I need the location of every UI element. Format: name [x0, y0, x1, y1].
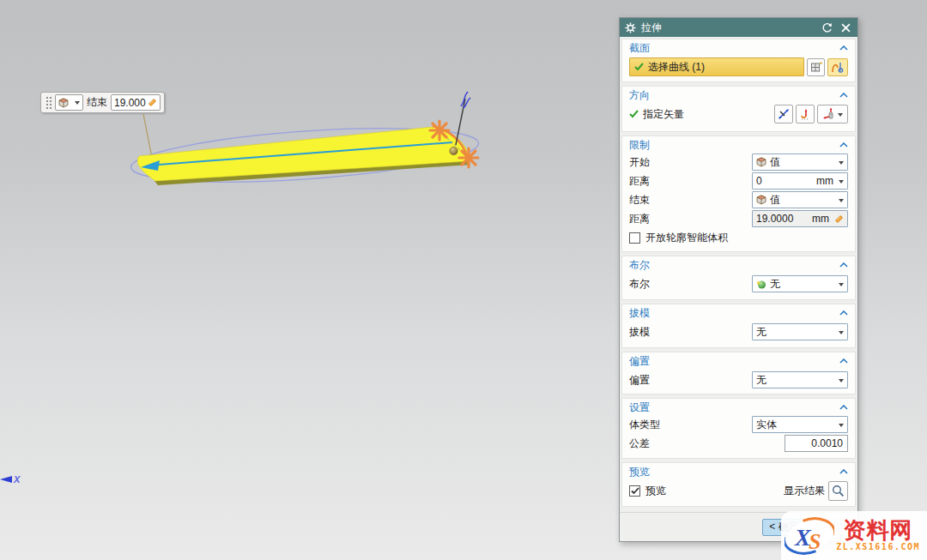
group-boolean: 布尔 布尔 无: [621, 256, 856, 300]
body-type-value: 实体: [756, 418, 835, 432]
group-title: 设置: [629, 400, 839, 415]
select-curve-row[interactable]: 选择曲线 (1): [629, 57, 804, 76]
chevron-up-icon[interactable]: [839, 45, 848, 51]
select-curve-label: 选择曲线 (1): [648, 60, 705, 75]
vector-tip-glyph: [461, 92, 470, 108]
boolean-label: 布尔: [629, 277, 650, 292]
caret-down-icon: [839, 331, 844, 337]
start-mode-dropdown[interactable]: 值: [752, 154, 848, 171]
group-title: 方向: [629, 88, 839, 103]
offset-dropdown[interactable]: 无: [752, 371, 848, 388]
group-direction-header[interactable]: 方向: [622, 87, 855, 103]
draft-label: 拔模: [629, 325, 650, 340]
start-distance-field[interactable]: 0 mm: [752, 172, 848, 190]
formula-icon[interactable]: [834, 214, 844, 224]
group-draft-header[interactable]: 拔模: [622, 305, 855, 321]
group-limits-header[interactable]: 限制: [622, 137, 855, 153]
drag-grip-icon[interactable]: [45, 95, 52, 110]
curve-rule-button[interactable]: [827, 58, 848, 76]
distance-mini-toolbar[interactable]: 结束 19.000: [40, 92, 165, 113]
formula-icon[interactable]: [148, 98, 157, 107]
offset-value: 无: [756, 373, 835, 388]
cube-icon: [756, 195, 766, 205]
x-axis-label: X: [14, 474, 20, 485]
tolerance-input[interactable]: 0.0010: [785, 435, 848, 452]
draft-value: 无: [756, 325, 835, 340]
group-title: 布尔: [629, 258, 839, 273]
chevron-up-icon[interactable]: [839, 358, 848, 364]
end-distance-input[interactable]: 19.000: [111, 94, 161, 111]
group-offset-header[interactable]: 偏置: [622, 353, 855, 369]
open-profile-checkbox[interactable]: [629, 232, 640, 244]
caret-down-icon[interactable]: [838, 113, 843, 119]
tolerance-label: 公差: [629, 437, 650, 451]
chevron-up-icon[interactable]: [839, 405, 848, 410]
show-result-button[interactable]: [828, 481, 848, 501]
open-profile-label: 开放轮廓智能体积: [645, 231, 728, 245]
star-handle-icon[interactable]: [459, 148, 478, 167]
cube-icon: [756, 157, 766, 167]
group-draft: 拔模 拔模 无: [621, 304, 856, 348]
chevron-up-icon[interactable]: [839, 142, 848, 148]
coordinate-axis-x: X: [0, 474, 20, 485]
dialog-titlebar[interactable]: 拉伸: [620, 18, 857, 37]
vector-dialog-button[interactable]: [817, 105, 848, 123]
cube-icon: [58, 98, 69, 108]
group-section: 截面 选择曲线 (1): [621, 39, 856, 82]
two-point-vector-button[interactable]: [774, 105, 793, 123]
sphere-drag-handle[interactable]: [450, 147, 457, 154]
caret-down-icon: [839, 283, 844, 289]
group-preview: 预览 预览 显示结果: [621, 462, 856, 507]
chevron-up-icon[interactable]: [839, 262, 848, 268]
group-title: 预览: [629, 465, 839, 479]
star-handle-icon[interactable]: [430, 121, 449, 140]
watermark-site-name: 资料网: [844, 519, 913, 541]
close-button[interactable]: [839, 21, 852, 34]
group-title: 拔模: [629, 306, 839, 321]
dialog-body: 截面 选择曲线 (1): [620, 37, 857, 512]
end-mode-dropdown[interactable]: 值: [752, 191, 848, 208]
chevron-up-icon[interactable]: [839, 310, 848, 316]
extrude-dialog: 拉伸 截面: [619, 17, 858, 542]
preview-label: 预览: [645, 484, 666, 498]
draft-dropdown[interactable]: 无: [752, 323, 848, 340]
group-settings: 设置 体类型 实体 公差 0.0010: [621, 398, 856, 459]
caret-down-icon: [839, 379, 844, 385]
chevron-up-icon[interactable]: [839, 469, 848, 474]
end-distance-field[interactable]: 19.0000 mm: [752, 210, 848, 227]
two-point-vector-icon: [778, 108, 790, 120]
body-type-dropdown[interactable]: 实体: [752, 416, 848, 433]
inferred-vector-button[interactable]: [796, 105, 815, 123]
sketch-section-button[interactable]: [807, 58, 825, 76]
boolean-dropdown[interactable]: 无: [752, 275, 848, 292]
end-distance-unit: mm: [812, 213, 829, 225]
caret-down-icon: [839, 180, 844, 186]
group-direction: 方向 指定矢量: [621, 86, 856, 132]
boolean-value: 无: [770, 277, 835, 292]
watermark-logo-s: S: [809, 529, 821, 554]
reset-button[interactable]: [820, 21, 833, 34]
tolerance-value: 0.0010: [811, 437, 843, 449]
start-mode-value: 值: [770, 155, 835, 170]
group-preview-header[interactable]: 预览: [622, 464, 855, 479]
caret-down-icon: [839, 424, 844, 430]
sphere-icon: [756, 279, 766, 289]
show-result-label: 显示结果: [784, 484, 825, 498]
specify-vector-label: 指定矢量: [643, 107, 684, 122]
group-title: 偏置: [629, 354, 839, 369]
inferred-vector-icon: [799, 108, 811, 120]
body-type-label: 体类型: [629, 418, 660, 432]
limit-mode-dropdown[interactable]: [55, 94, 83, 111]
start-distance-label: 距离: [629, 174, 650, 189]
group-section-header[interactable]: 截面: [622, 40, 855, 56]
group-settings-header[interactable]: 设置: [622, 400, 855, 415]
dialog-title: 拉伸: [641, 21, 815, 35]
preview-checkbox[interactable]: [629, 485, 640, 497]
end-distance-value: 19.000: [114, 97, 146, 109]
group-boolean-header[interactable]: 布尔: [622, 257, 855, 273]
caret-down-icon: [839, 199, 844, 205]
vector-needle[interactable]: [456, 99, 465, 145]
chevron-up-icon[interactable]: [839, 93, 848, 98]
curve-icon: [831, 61, 845, 74]
check-icon: [634, 63, 644, 71]
